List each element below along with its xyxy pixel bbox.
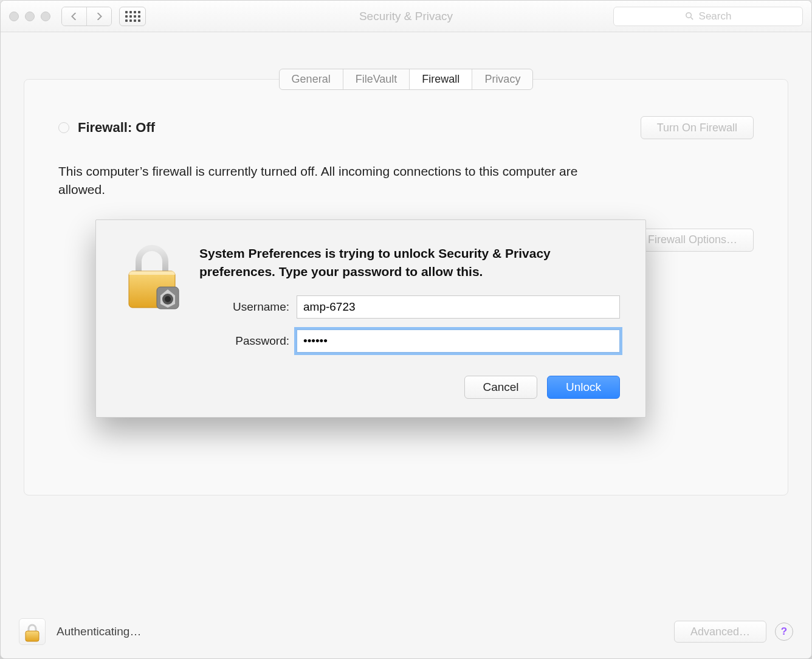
turn-on-firewall-button[interactable]: Turn On Firewall xyxy=(641,116,754,139)
search-placeholder: Search xyxy=(699,10,732,22)
dialog-actions: Cancel Unlock xyxy=(199,376,620,399)
nav-buttons xyxy=(61,7,112,26)
preferences-window: Security & Privacy Search General FileVa… xyxy=(0,0,812,659)
username-label: Username: xyxy=(199,300,289,314)
auth-form: Username: Password: xyxy=(199,295,620,353)
svg-rect-3 xyxy=(129,271,175,275)
search-field[interactable]: Search xyxy=(613,7,803,26)
svg-point-7 xyxy=(165,296,171,302)
zoom-window-button[interactable] xyxy=(41,12,50,21)
firewall-description: This computer’s firewall is currently tu… xyxy=(58,162,605,199)
svg-point-0 xyxy=(686,13,690,18)
dialog-header: System Preferences is trying to unlock S… xyxy=(122,244,620,399)
close-window-button[interactable] xyxy=(9,12,19,21)
lock-status-text: Authenticating… xyxy=(57,625,141,638)
status-indicator-icon xyxy=(58,122,69,133)
lock-icon xyxy=(122,244,182,312)
titlebar: Security & Privacy Search xyxy=(1,1,811,32)
firewall-status-title: Firewall: Off xyxy=(78,120,155,136)
auth-dialog: System Preferences is trying to unlock S… xyxy=(95,219,646,418)
username-field[interactable] xyxy=(297,295,620,319)
tab-general[interactable]: General xyxy=(280,69,343,89)
tab-firewall[interactable]: Firewall xyxy=(409,69,472,89)
firewall-status-row: Firewall: Off Turn On Firewall xyxy=(58,116,754,139)
firewall-options-button[interactable]: Firewall Options… xyxy=(631,229,754,252)
lock-small-icon xyxy=(24,623,41,643)
help-button[interactable]: ? xyxy=(775,623,793,641)
firewall-status: Firewall: Off xyxy=(58,120,155,136)
help-icon: ? xyxy=(781,626,787,638)
tabs: General FileVault Firewall Privacy xyxy=(279,69,534,90)
cancel-button[interactable]: Cancel xyxy=(464,376,537,399)
password-field[interactable] xyxy=(297,330,620,353)
dialog-message: System Preferences is trying to unlock S… xyxy=(199,244,620,281)
minimize-window-button[interactable] xyxy=(25,12,35,21)
svg-rect-8 xyxy=(26,631,39,641)
lock-button[interactable] xyxy=(19,618,46,645)
back-button[interactable] xyxy=(62,7,86,26)
unlock-button[interactable]: Unlock xyxy=(547,376,620,399)
advanced-button[interactable]: Advanced… xyxy=(674,621,766,643)
svg-line-1 xyxy=(690,18,693,20)
footer-right: Advanced… ? xyxy=(674,621,793,643)
forward-button[interactable] xyxy=(86,7,111,26)
show-all-button[interactable] xyxy=(119,7,146,26)
tab-filevault[interactable]: FileVault xyxy=(343,69,410,89)
search-icon xyxy=(685,12,694,21)
grid-icon xyxy=(125,11,140,22)
password-label: Password: xyxy=(199,334,289,348)
window-controls xyxy=(9,12,50,21)
footer: Authenticating… Advanced… ? xyxy=(19,618,793,645)
tab-privacy[interactable]: Privacy xyxy=(472,69,532,89)
tab-strip: General FileVault Firewall Privacy xyxy=(24,69,788,90)
